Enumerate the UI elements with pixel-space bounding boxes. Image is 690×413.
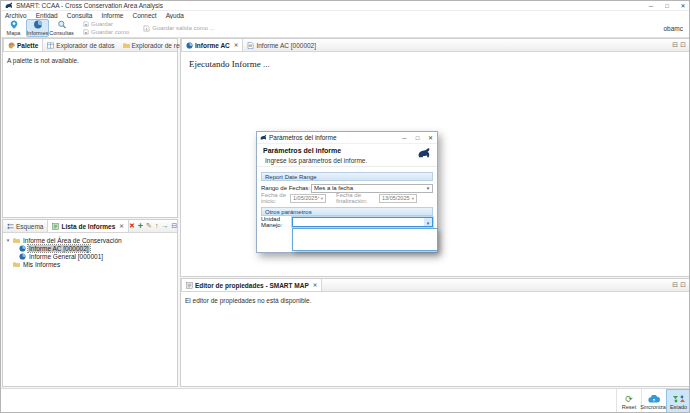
- tree-root-conservation-area[interactable]: ▾ Informe del Área de Conservación: [5, 236, 175, 244]
- consultas-button-label: Consultas: [49, 30, 73, 36]
- tab-close-icon[interactable]: ✕: [119, 223, 124, 229]
- folder-icon: [13, 237, 20, 244]
- main-toolbar: Mapa Informes Consultas Guardar Guardar …: [1, 19, 690, 38]
- properties-panel-header: Editor de propiedades - SMART MAP ✕ ⊟ ⊡: [181, 279, 689, 292]
- mapa-button-label: Mapa: [7, 30, 21, 36]
- end-date-field[interactable]: 13/05/2025 ▾: [379, 194, 417, 203]
- editor-minimize-icon[interactable]: ⊟: [672, 39, 678, 51]
- chevron-down-icon: ▾: [424, 185, 432, 191]
- chevron-down-icon: ▾: [320, 196, 324, 201]
- palette-icon: [8, 42, 15, 49]
- tab-lista-informes-label: Lista de Informes: [61, 223, 115, 230]
- chevron-down-icon: ▾: [424, 218, 432, 226]
- window-title: SMART: CCAA - Cross Conservation Area An…: [16, 2, 163, 9]
- dialog-subheading: Ingrese los parámetros del informe.: [265, 157, 367, 164]
- report-document-icon: [247, 42, 254, 49]
- pie-chart-icon: [33, 20, 43, 29]
- report-tree: ▾ Informe del Área de Conservación Infor…: [3, 233, 177, 271]
- unit-dropdown-list[interactable]: [292, 228, 438, 251]
- properties-message: El editor de propiedades no está disponi…: [181, 292, 689, 309]
- report-list-panel-header: Esquema Lista de Informes ✕ ✕ + ✎ ↑ → ⊟ …: [3, 220, 177, 233]
- tree-expander-icon[interactable]: ▾: [5, 237, 11, 243]
- range-value: Mes a la fecha: [312, 185, 424, 191]
- tree-root2-label: Mis Informes: [22, 261, 61, 268]
- properties-maximize-icon[interactable]: ⊡: [680, 279, 686, 291]
- tab-palette-label: Palette: [17, 42, 38, 49]
- palette-panel: Palette Explorador de datos Explorador d…: [2, 38, 178, 218]
- cloud-sync-icon: [648, 393, 660, 404]
- tab-palette[interactable]: Palette: [3, 39, 43, 51]
- guardar-button[interactable]: Guardar: [83, 21, 129, 27]
- report-list-icon: [52, 223, 59, 230]
- menu-connect[interactable]: Connect: [132, 12, 156, 19]
- properties-panel: Editor de propiedades - SMART MAP ✕ ⊟ ⊡ …: [180, 278, 690, 387]
- sincronizar-button[interactable]: Sincronizar: [641, 389, 666, 413]
- tab-informe-ac-editor-label: Informe AC [000002]: [256, 42, 316, 49]
- tab-lista-informes[interactable]: Lista de Informes ✕: [47, 220, 128, 232]
- tab-informe-ac-editor[interactable]: Informe AC [000002]: [243, 39, 320, 51]
- menu-entidad[interactable]: Entidad: [36, 12, 58, 19]
- end-date-label: Fecha de finalización:: [336, 192, 377, 204]
- guardar-salida-button[interactable]: Guardar salida como ...: [143, 19, 214, 37]
- delete-report-icon[interactable]: ✕: [129, 220, 135, 232]
- add-report-icon[interactable]: +: [138, 220, 143, 232]
- edit-report-icon[interactable]: ✎: [146, 220, 152, 232]
- status-bar: ⟳ Reset Sincronizar Estado: [1, 388, 690, 413]
- reset-button[interactable]: ⟳ Reset: [616, 389, 641, 413]
- tab-informe-ac-label: Informe AC: [195, 42, 230, 49]
- tree-item-label: Informe General [000001]: [28, 253, 104, 260]
- menu-bar: Archivo Entidad Consulta Informe Connect…: [1, 11, 690, 19]
- tab-editor-propiedades-label: Editor de propiedades - SMART MAP: [195, 282, 309, 289]
- palette-message: A palette is not available.: [3, 52, 177, 69]
- consultas-button[interactable]: Consultas: [50, 19, 73, 37]
- menu-archivo[interactable]: Archivo: [5, 12, 27, 19]
- estado-label: Estado: [670, 404, 687, 410]
- tab-explorador-datos[interactable]: Explorador de datos: [43, 39, 118, 51]
- dialog-close-button[interactable]: ✕: [424, 132, 437, 144]
- export-report-icon[interactable]: →: [161, 220, 168, 232]
- menu-informe[interactable]: Informe: [101, 12, 123, 19]
- guardar-como-label: Guardar como: [91, 29, 129, 35]
- dialog-title: Parámetros del informe: [269, 134, 337, 141]
- dialog-minimize-button[interactable]: ─: [398, 132, 411, 144]
- start-date-field[interactable]: 1/05/2025 ▾: [290, 194, 326, 203]
- editor-maximize-icon[interactable]: ⊡: [680, 39, 686, 51]
- reset-icon: ⟳: [625, 393, 633, 404]
- report-list-minimize-icon[interactable]: ⊟: [171, 220, 177, 232]
- tab-esquema[interactable]: Esquema: [3, 220, 47, 232]
- folder-icon: [13, 261, 20, 268]
- window-maximize-button[interactable]: □: [659, 1, 675, 11]
- unit-combobox[interactable]: ▾: [292, 217, 433, 227]
- import-report-icon[interactable]: ↑: [155, 220, 159, 232]
- outline-icon: [7, 223, 14, 230]
- menu-consulta[interactable]: Consulta: [67, 12, 93, 19]
- mapa-button[interactable]: Mapa: [2, 19, 25, 37]
- pie-chart-icon: [19, 253, 26, 260]
- dialog-maximize-button[interactable]: □: [411, 132, 424, 144]
- window-close-button[interactable]: ✕: [675, 1, 690, 11]
- tab-editor-propiedades[interactable]: Editor de propiedades - SMART MAP ✕: [181, 279, 322, 291]
- tab-close-icon[interactable]: ✕: [313, 282, 318, 288]
- sincronizar-label: Sincronizar: [640, 404, 668, 410]
- pie-chart-icon: [19, 245, 26, 252]
- estado-button[interactable]: Estado: [666, 389, 690, 413]
- tree-root-mis-informes[interactable]: Mis Informes: [5, 260, 175, 268]
- dialog-heading: Parámetros del informe: [263, 147, 341, 154]
- start-date-label: Fecha de inicio:: [261, 192, 290, 204]
- smart-jaguar-logo: [417, 145, 432, 160]
- window-minimize-button[interactable]: ─: [643, 1, 659, 11]
- properties-minimize-icon[interactable]: ⊟: [672, 279, 678, 291]
- menu-ayuda[interactable]: Ayuda: [166, 12, 184, 19]
- estado-icon: [673, 393, 685, 404]
- tab-informe-ac-view[interactable]: Informe AC ✕: [181, 39, 243, 51]
- informes-button[interactable]: Informes: [26, 19, 49, 37]
- end-date-value: 13/05/2025: [381, 195, 411, 201]
- section-report-date-range: Report Date Range: [261, 172, 433, 181]
- report-list-panel: Esquema Lista de Informes ✕ ✕ + ✎ ↑ → ⊟ …: [2, 219, 178, 387]
- tree-item-informe-ac[interactable]: Informe AC [000002]: [5, 244, 175, 252]
- tree-item-informe-general[interactable]: Informe General [000001]: [5, 252, 175, 260]
- tab-close-icon[interactable]: ✕: [234, 42, 239, 48]
- unit-label: Unidad Manejo:: [261, 216, 292, 228]
- dates-row: Fecha de inicio: 1/05/2025 ▾ Fecha de fi…: [261, 193, 433, 203]
- guardar-como-button[interactable]: Guardar como: [83, 29, 129, 35]
